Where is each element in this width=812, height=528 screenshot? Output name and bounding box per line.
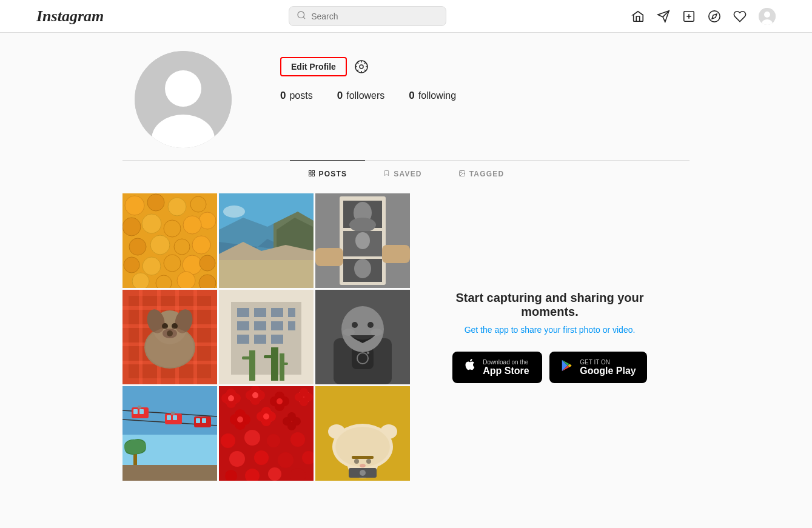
tab-saved-label: SAVED [394,170,421,178]
app-store-text: Download on the App Store [483,359,529,376]
svg-rect-28 [312,174,315,176]
svg-point-164 [300,388,308,396]
svg-point-71 [354,259,371,278]
settings-icon-button[interactable] [354,59,369,74]
svg-point-119 [367,322,374,328]
user-avatar[interactable] [759,8,776,25]
svg-rect-133 [171,412,175,415]
capture-subtitle: Get the app to share your first photo or… [465,325,636,335]
svg-point-51 [156,275,172,288]
photo-grid [122,193,410,481]
tagged-tab-icon [458,169,466,179]
svg-point-154 [252,392,258,398]
search-bar [289,6,446,26]
svg-point-203 [335,427,390,467]
tab-posts[interactable]: POSTS [290,160,366,187]
svg-point-120 [343,329,355,336]
explore-icon[interactable] [708,10,721,23]
svg-point-50 [132,273,149,288]
grid-cell-1[interactable] [122,193,217,288]
svg-line-21 [357,62,358,64]
svg-point-32 [125,196,144,215]
saved-tab-icon [383,169,390,179]
svg-rect-136 [202,418,206,423]
posts-stat[interactable]: 0 posts [280,90,313,102]
svg-point-49 [200,255,215,271]
profile-info: Edit Profile 0 posts [280,51,677,102]
grid-cell-3[interactable] [315,193,410,288]
profile-section: Edit Profile 0 posts [122,33,690,160]
svg-rect-111 [280,363,288,365]
svg-point-30 [460,172,461,173]
svg-rect-97 [271,308,283,317]
svg-point-10 [764,12,770,18]
svg-point-116 [367,352,369,354]
svg-point-43 [174,239,190,255]
posts-label: posts [289,90,312,101]
svg-rect-98 [288,308,295,317]
followers-stat[interactable]: 0 followers [337,90,385,102]
svg-point-47 [164,255,181,272]
app-store-button[interactable]: Download on the App Store [452,352,542,383]
svg-point-165 [300,398,308,406]
svg-point-40 [183,216,201,234]
profile-avatar-wrap [135,51,232,148]
edit-profile-button[interactable]: Edit Profile [280,57,347,76]
svg-point-35 [190,196,206,212]
svg-rect-96 [254,308,266,317]
svg-point-186 [290,432,305,447]
tab-saved[interactable]: SAVED [365,160,440,187]
svg-point-206 [360,470,366,476]
followers-count: 0 [337,90,343,102]
grid-cell-5[interactable] [219,290,314,384]
grid-cell-6[interactable] [315,290,410,384]
svg-rect-204 [352,456,374,459]
svg-point-69 [355,232,370,249]
svg-point-44 [192,236,210,254]
profile-actions: Edit Profile [280,57,677,76]
grid-cell-9[interactable] [315,386,410,481]
svg-point-193 [268,467,281,481]
svg-rect-100 [254,321,266,330]
svg-rect-26 [312,171,315,173]
svg-point-177 [263,413,269,419]
google-play-text: GET IT ON Google Play [580,359,636,376]
home-icon[interactable] [631,10,645,23]
heart-icon[interactable] [733,10,747,23]
svg-point-0 [298,12,304,18]
svg-point-7 [709,10,720,21]
svg-point-52 [177,272,195,288]
tab-tagged[interactable]: TAGGED [440,160,523,187]
svg-marker-212 [569,364,572,367]
svg-point-39 [164,220,181,237]
svg-rect-101 [271,321,283,330]
svg-point-34 [168,198,186,216]
add-post-icon[interactable] [682,10,696,23]
send-icon[interactable] [657,10,670,23]
following-stat[interactable]: 0 following [409,90,456,102]
svg-rect-25 [309,171,311,173]
svg-point-46 [143,257,161,275]
svg-point-62 [223,206,245,218]
grid-cell-4[interactable] [122,290,217,384]
profile-tabs: POSTS SAVED TAGGED [122,161,690,187]
search-input[interactable] [311,12,438,21]
svg-line-1 [303,17,305,19]
svg-rect-108 [271,347,278,381]
posts-count: 0 [280,90,286,102]
svg-point-185 [267,434,280,447]
app-buttons: Download on the App Store [452,352,646,383]
svg-point-118 [352,322,358,328]
svg-rect-141 [122,465,217,481]
search-icon [297,10,306,22]
svg-point-183 [221,433,235,448]
svg-rect-72 [315,248,343,266]
grid-cell-7[interactable] [122,386,217,481]
svg-point-42 [150,235,170,255]
google-play-button[interactable]: GET IT ON Google Play [549,352,646,383]
svg-point-182 [287,422,296,430]
grid-cell-8[interactable] [219,386,314,481]
grid-cell-2[interactable] [219,193,314,288]
logo[interactable]: Instagram [36,7,104,25]
svg-point-67 [349,218,376,232]
